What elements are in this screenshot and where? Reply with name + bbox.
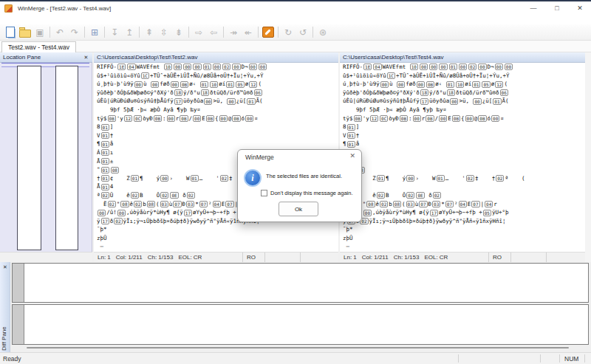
control-char-box: 01 bbox=[101, 175, 109, 182]
location-pane-close-icon[interactable]: ✕ bbox=[83, 54, 89, 61]
content-line: ú¸þ†ù-þ'ù9ÿ00ù 00føð000Bø‹ 0110øí0105ø12… bbox=[97, 80, 338, 89]
dialog-title: WinMerge bbox=[245, 154, 274, 161]
reload-icon[interactable]: ↺ bbox=[296, 26, 310, 39]
redo-icon[interactable]: ↷ bbox=[68, 26, 81, 39]
menu-bar: ✓ FileEditViewMergeToolsPluginsWindowHel… bbox=[0, 13, 591, 24]
toolbar-separator bbox=[139, 27, 140, 38]
control-char-box: 18 bbox=[201, 89, 209, 96]
left-status-empty-1 bbox=[265, 253, 301, 262]
location-pane[interactable] bbox=[0, 63, 92, 252]
control-char-box: 00 bbox=[363, 210, 372, 216]
control-char-box: 01 bbox=[437, 175, 445, 182]
splitter-location[interactable] bbox=[92, 52, 94, 262]
options-icon[interactable] bbox=[262, 26, 275, 39]
control-char-box: 0B bbox=[206, 115, 214, 122]
left-pane-header[interactable]: C:\Users\casa\Desktop\Test\Test2.wav bbox=[94, 52, 338, 63]
content-line: ÿûðèþ'ðÓþ&ðWþøð©ý°ðXý'ð18ý/ð°u18ðtüQð/ür… bbox=[343, 89, 585, 97]
control-char-box: 00 bbox=[420, 63, 428, 70]
diff-pane-close-icon[interactable]: ✕ bbox=[1, 264, 9, 271]
last-difference-icon[interactable]: ⇟ bbox=[172, 26, 185, 39]
previous-difference-icon[interactable]: ↥ bbox=[123, 26, 136, 39]
control-char-box: 02 bbox=[131, 192, 139, 199]
copy-left-icon[interactable]: ⇦ bbox=[207, 26, 220, 39]
select-files-icon[interactable]: ⊞ bbox=[88, 26, 101, 39]
plugins-icon[interactable]: ⊛ bbox=[316, 26, 329, 39]
control-char-box: 00 bbox=[495, 63, 503, 70]
control-char-box: 05 bbox=[482, 81, 490, 88]
control-char-box: 1C bbox=[141, 72, 149, 79]
control-char-box: 02 bbox=[468, 63, 476, 70]
current-difference-icon[interactable]: ⇳ bbox=[157, 26, 171, 39]
control-char-box: 0B bbox=[180, 81, 188, 88]
content-line: û$+¹ûìöìû«öYû1C÷TÛˆ÷àÛË÷ìÛÌ÷Ñû/ø8Ûå÷oÛ†÷… bbox=[343, 72, 585, 80]
control-char-box: 02 bbox=[220, 175, 228, 182]
right-status-ch: Ch: 1/153 bbox=[394, 254, 420, 261]
right-pane-header[interactable]: C:\Users\casa\Desktop\Test\Test4.wav bbox=[340, 52, 585, 63]
control-char-box: 01 bbox=[203, 63, 211, 70]
content-line: zþÛ bbox=[97, 234, 338, 243]
dont-display-again-checkbox[interactable] bbox=[261, 190, 267, 196]
identical-files-dialog: WinMerge ✕ i The selected files are iden… bbox=[237, 149, 362, 222]
first-difference-icon[interactable]: ⇞ bbox=[143, 26, 156, 39]
content-line: û$+¹ûìöìû«öYû1C÷TÛˆ÷àÛË÷ìÛÌ÷Ñû/ø8Ûå÷oÛ†÷… bbox=[97, 72, 338, 80]
location-map-left[interactable] bbox=[17, 66, 41, 250]
control-char-box: 07 bbox=[445, 201, 454, 207]
control-char-box: 03 bbox=[406, 201, 414, 207]
copy-left-advance-icon[interactable]: ↞ bbox=[242, 26, 255, 39]
control-char-box: 04 bbox=[485, 201, 493, 207]
new-file-icon[interactable] bbox=[4, 26, 17, 39]
undo-icon[interactable]: ↶ bbox=[53, 26, 66, 39]
control-char-box: 03 bbox=[186, 201, 194, 207]
control-char-box: 02 bbox=[222, 63, 230, 70]
left-status-ln: Ln: 1 bbox=[98, 254, 111, 261]
control-char-box: 01 bbox=[347, 141, 355, 148]
content-line: úÈû|úRüÐúØu®ûsýñû‡þÅûfÿ17üöyðûa00>ü, 00¿… bbox=[97, 97, 338, 106]
copy-right-icon[interactable]: ⇨ bbox=[192, 26, 205, 39]
diff-pane-row-bottom[interactable] bbox=[12, 304, 589, 345]
save-icon[interactable]: ▣ bbox=[33, 26, 47, 39]
status-num-indicator: NUM bbox=[564, 355, 578, 363]
dialog-close-icon[interactable]: ✕ bbox=[349, 152, 355, 159]
control-char-box: 01 bbox=[101, 149, 109, 156]
copy-right-advance-icon[interactable]: ↠ bbox=[227, 26, 240, 39]
open-icon[interactable] bbox=[18, 26, 32, 39]
refresh-icon[interactable]: ↻ bbox=[281, 26, 295, 39]
diff-pane-scrollbar[interactable] bbox=[27, 347, 569, 348]
control-char-box: 00 bbox=[478, 63, 486, 70]
control-char-box: 0B bbox=[232, 115, 240, 122]
left-status-position: Ln: 1 Col: 1/211 Ch: 1/153 EOL: CR bbox=[94, 253, 243, 262]
control-char-box: 05 bbox=[236, 81, 244, 88]
ok-button[interactable]: Ok bbox=[279, 202, 318, 216]
control-char-box: 00 bbox=[413, 115, 421, 122]
location-pane-header[interactable]: Location Pane ✕ bbox=[0, 52, 92, 63]
control-char-box: 00 bbox=[417, 81, 425, 88]
dialog-message: The selected files are identical. bbox=[266, 173, 342, 179]
location-map-right[interactable] bbox=[55, 66, 78, 250]
control-char-box: 0B bbox=[478, 115, 486, 122]
content-line: 801] bbox=[343, 123, 585, 131]
toolbar: ▣↶↷⊞↧↥⇞⇳⇟⇨⇦↠↞↻↺⊛ bbox=[0, 24, 591, 41]
next-difference-icon[interactable]: ↧ bbox=[108, 26, 121, 39]
content-line: RIFFÖ-1E04WAVEfmt 1000000001000200D¬0000 bbox=[97, 63, 338, 72]
right-status-eol: EOL: CR bbox=[424, 254, 448, 261]
content-line: — bbox=[97, 242, 338, 251]
control-char-box: 07 bbox=[419, 201, 427, 207]
control-char-box: 17 bbox=[184, 210, 192, 216]
control-char-box: 01 bbox=[101, 167, 109, 174]
diff-pane-row-top[interactable] bbox=[12, 263, 589, 303]
control-char-box: 12 bbox=[249, 81, 257, 88]
content-line: zþÛ bbox=[343, 234, 585, 243]
content-line: ¶01å bbox=[97, 140, 338, 148]
control-char-box: 01 bbox=[493, 98, 501, 105]
content-line: ¯þ* bbox=[343, 225, 585, 234]
open-icon-shape bbox=[19, 30, 31, 38]
right-pane-content[interactable]: RIFFÖ-1E04WAVEfmt 1000000001000200D¬0000… bbox=[340, 63, 585, 252]
content-line: "0108 bbox=[343, 165, 585, 174]
content-line: úÈû|úRüÐúØu®ûsýñû‡þÅûfÿ17üöyðûa00>ü, 00¿… bbox=[343, 97, 585, 106]
control-char-box: 00 bbox=[98, 210, 106, 216]
control-char-box: 01 bbox=[101, 124, 109, 131]
control-char-box: 0B bbox=[426, 115, 434, 122]
control-char-box: 00 bbox=[171, 81, 179, 88]
control-char-box: 00 bbox=[245, 115, 253, 122]
tab-test2-test4[interactable]: Test2.wav - Test4.wav bbox=[1, 41, 76, 53]
